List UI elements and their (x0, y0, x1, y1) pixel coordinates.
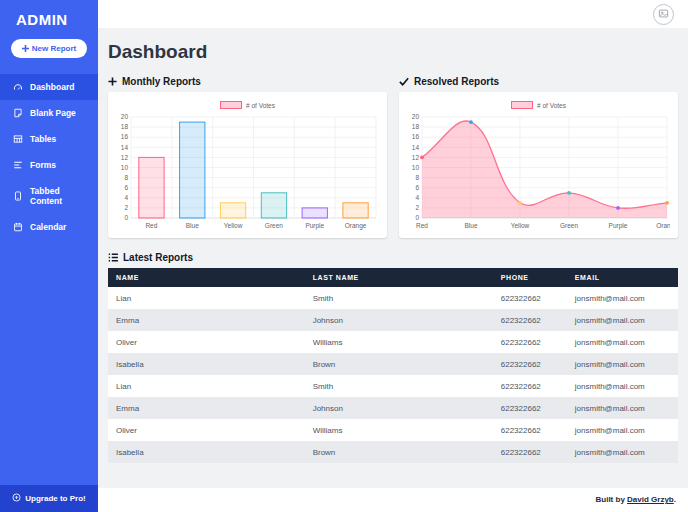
sidebar-item-forms[interactable]: Forms (0, 152, 98, 178)
table-row: LianSmith622322662jonsmith@mail.com (108, 287, 678, 309)
footer-suffix: . (674, 495, 676, 504)
footer: Built by David Grzyb. (98, 488, 688, 512)
svg-text:18: 18 (412, 123, 420, 130)
author-link[interactable]: David Grzyb (627, 495, 674, 504)
table-row: IsabellaBrown622322662jonsmith@mail.com (108, 353, 678, 375)
svg-text:Yellow: Yellow (511, 222, 530, 229)
list-icon (108, 253, 118, 262)
table-row: LianSmith622322662jonsmith@mail.com (108, 375, 678, 397)
topbar (98, 0, 688, 28)
legend-label: # of Votes (246, 102, 275, 109)
sidebar-item-label: Tables (30, 134, 56, 144)
tablet-icon (13, 191, 23, 201)
sidebar-item-dashboard[interactable]: Dashboard (0, 74, 98, 100)
svg-text:16: 16 (121, 133, 129, 140)
svg-text:20: 20 (121, 113, 129, 120)
legend-label: # of Votes (537, 102, 566, 109)
svg-text:10: 10 (412, 164, 420, 171)
table-row: OliverWilliams622322662jonsmith@mail.com (108, 331, 678, 353)
svg-text:6: 6 (124, 184, 128, 191)
svg-text:4: 4 (124, 194, 128, 201)
plus-icon (108, 77, 117, 86)
built-by-text: Built by (596, 495, 625, 504)
svg-text:Blue: Blue (186, 222, 199, 229)
page-title: Dashboard (108, 41, 678, 63)
table-row: EmmaJohnson622322662jonsmith@mail.com (108, 309, 678, 331)
main-area: Dashboard Monthly Reports # of Votes (98, 0, 688, 512)
upgrade-to-pro-button[interactable]: Upgrade to Pro! (0, 485, 98, 512)
col-email: EMAIL (567, 268, 678, 287)
resolved-reports-title: Resolved Reports (399, 76, 678, 87)
svg-text:6: 6 (415, 184, 419, 191)
latest-reports-section: Latest Reports NAME LAST NAME PHONE EMAI… (108, 252, 678, 463)
align-left-icon (13, 160, 23, 170)
svg-text:14: 14 (412, 144, 420, 151)
svg-text:Orange: Orange (656, 222, 670, 230)
resolved-reports-section: Resolved Reports # of Votes 024681012141… (399, 76, 678, 238)
upgrade-label: Upgrade to Pro! (25, 494, 85, 503)
svg-text:0: 0 (415, 214, 419, 221)
table-row: IsabellaBrown622322662jonsmith@mail.com (108, 441, 678, 463)
table-header-row: NAME LAST NAME PHONE EMAIL (108, 268, 678, 287)
arrow-circle-up-icon (12, 493, 21, 504)
svg-text:Blue: Blue (464, 222, 477, 229)
resolved-reports-card: # of Votes 02468101214161820RedBlueYello… (399, 92, 678, 238)
resolved-reports-line-chart: 02468101214161820RedBlueYellowGreenPurpl… (407, 112, 670, 230)
sidebar-item-label: Tabbed Content (30, 186, 85, 206)
svg-text:2: 2 (415, 204, 419, 211)
svg-text:10: 10 (121, 164, 129, 171)
sidebar-item-blank-page[interactable]: Blank Page (0, 100, 98, 126)
sidebar-item-label: Blank Page (30, 108, 76, 118)
plus-icon (22, 45, 29, 52)
svg-text:Orange: Orange (345, 222, 367, 230)
sidebar-item-tabbed-content[interactable]: Tabbed Content (0, 178, 98, 214)
svg-text:Yellow: Yellow (224, 222, 243, 229)
sidebar-item-tables[interactable]: Tables (0, 126, 98, 152)
image-placeholder-icon (658, 5, 669, 23)
svg-text:12: 12 (412, 154, 420, 161)
svg-text:4: 4 (415, 194, 419, 201)
new-report-label: New Report (32, 44, 76, 53)
sidebar-item-label: Calendar (30, 222, 66, 232)
sidebar-item-label: Forms (30, 160, 56, 170)
svg-text:12: 12 (121, 154, 129, 161)
svg-text:Green: Green (560, 222, 578, 229)
svg-text:2: 2 (124, 204, 128, 211)
check-icon (399, 77, 409, 86)
sticky-note-icon (13, 108, 23, 118)
table-row: EmmaJohnson622322662jonsmith@mail.com (108, 397, 678, 419)
svg-text:14: 14 (121, 144, 129, 151)
legend-swatch (220, 101, 242, 109)
svg-text:18: 18 (121, 123, 129, 130)
svg-text:Purple: Purple (609, 222, 628, 230)
app-window: ADMIN New Report Dashboard Blank (0, 0, 688, 512)
monthly-reports-title: Monthly Reports (108, 76, 387, 87)
sidebar-nav: Dashboard Blank Page Tables (0, 74, 98, 240)
monthly-reports-card: # of Votes 02468101214161820RedBlueYello… (108, 92, 387, 238)
svg-text:Red: Red (416, 222, 428, 229)
tachometer-icon (13, 82, 23, 92)
avatar[interactable] (653, 4, 674, 25)
sidebar-item-label: Dashboard (30, 82, 74, 92)
new-report-button[interactable]: New Report (11, 39, 87, 58)
line-chart-legend[interactable]: # of Votes (407, 101, 670, 109)
svg-text:Green: Green (265, 222, 283, 229)
brand-logo: ADMIN (0, 0, 98, 37)
svg-text:16: 16 (412, 133, 420, 140)
svg-text:20: 20 (412, 113, 420, 120)
sidebar-item-calendar[interactable]: Calendar (0, 214, 98, 240)
latest-reports-title: Latest Reports (108, 252, 678, 263)
bar-chart-legend[interactable]: # of Votes (116, 101, 379, 109)
svg-text:8: 8 (124, 174, 128, 181)
sidebar: ADMIN New Report Dashboard Blank (0, 0, 98, 512)
legend-swatch (511, 101, 533, 109)
dashboard-content: Dashboard Monthly Reports # of Votes (98, 28, 688, 488)
svg-text:0: 0 (124, 214, 128, 221)
monthly-reports-bar-chart: 02468101214161820RedBlueYellowGreenPurpl… (116, 112, 379, 230)
col-phone: PHONE (493, 268, 567, 287)
svg-text:Purple: Purple (305, 222, 324, 230)
reports-table: NAME LAST NAME PHONE EMAIL LianSmith6223… (108, 268, 678, 463)
table-row: OliverWilliams622322662jonsmith@mail.com (108, 419, 678, 441)
monthly-reports-section: Monthly Reports # of Votes 0246810121416… (108, 76, 387, 238)
table-icon (13, 134, 23, 144)
